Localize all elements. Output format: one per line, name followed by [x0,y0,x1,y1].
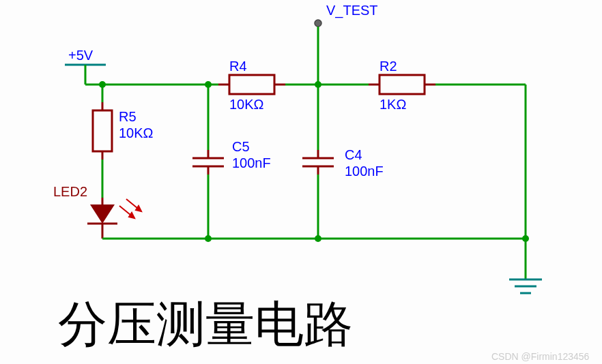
svg-rect-1 [229,75,274,94]
watermark: CSDN @Firmin123456 [491,351,590,362]
schematic-diagram: V_TEST +5V R4 10KΩ R2 1KΩ R5 10KΩ [0,0,602,364]
r5-value: 10KΩ [119,125,154,140]
c5-value: 100nF [232,155,271,170]
r2-value: 1KΩ [379,97,406,112]
svg-rect-4 [379,75,425,94]
junction [315,235,321,242]
c4-ref: C4 [345,147,362,162]
capacitor-c4: C4 100nF [302,147,384,179]
resistor-r4: R4 10KΩ [218,59,285,112]
r4-value: 10KΩ [229,97,264,112]
junction [205,235,212,242]
resistor-r5: R5 10KΩ [93,102,154,160]
power-label: +5V [68,48,94,63]
testpoint-label: V_TEST [326,3,378,18]
capacitor-c5: C5 100nF [192,139,271,175]
terminal-vtest [315,20,321,27]
led-led2: LED2 [53,184,141,239]
r5-ref: R5 [119,109,137,124]
led2-ref: LED2 [53,184,87,199]
r2-ref: R2 [379,59,397,74]
ground-symbol [509,239,542,293]
resistor-r2: R2 1KΩ [369,59,435,112]
svg-rect-7 [93,110,112,151]
c5-ref: C5 [232,139,250,154]
c4-value: 100nF [345,164,384,179]
svg-marker-10 [90,204,115,224]
r4-ref: R4 [229,59,247,74]
diagram-title: 分压测量电路 [58,297,353,351]
